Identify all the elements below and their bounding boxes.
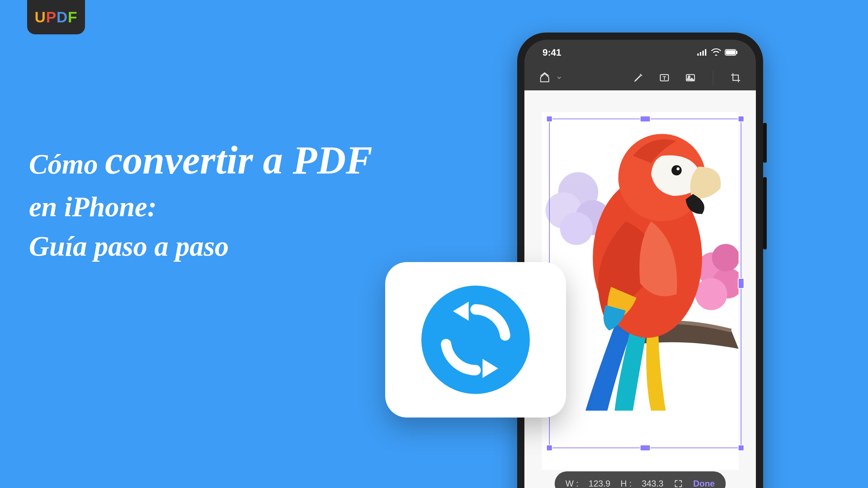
svg-text:T: T [663,75,666,81]
width-label: W : [566,479,579,488]
crop-tool-icon[interactable] [730,72,741,84]
svg-marker-23 [453,301,469,321]
logo-letter-u: U [35,9,46,26]
pencil-icon[interactable] [633,72,644,84]
phone-screen: 9:41 [524,40,756,488]
status-indicators [697,47,738,58]
svg-rect-1 [700,52,701,56]
svg-rect-5 [726,50,735,55]
battery-icon [725,47,738,58]
home-icon[interactable] [539,72,550,84]
done-button[interactable]: Done [693,479,715,488]
width-value: 123.9 [589,479,610,488]
headline-emphasis: convertir a PDF [105,138,372,182]
convert-sync-icon [421,286,530,394]
headline-block: Cómo convertir a PDF en iPhone: Guía pas… [29,137,373,262]
svg-marker-24 [482,359,498,378]
logo-letter-f: F [68,9,78,26]
app-toolbar: T [524,65,756,90]
dimensions-toolbar: W : 123.9 H : 343.3 Done [555,471,726,488]
headline-prefix: Cómo [29,148,105,180]
updf-logo-badge: UPDF [27,0,85,34]
phone-side-button [763,177,767,249]
height-label: H : [621,479,632,488]
expand-icon[interactable] [673,479,683,488]
status-time: 9:41 [542,47,561,58]
chevron-down-icon[interactable] [553,72,565,84]
resize-handle-bottom[interactable] [640,445,651,451]
resize-handle-right[interactable] [738,278,744,289]
status-bar: 9:41 [524,40,756,65]
updf-logo-text: UPDF [35,9,77,26]
headline-line3: Guía paso a paso [29,230,373,262]
logo-letter-d: D [56,9,68,26]
text-tool-icon[interactable]: T [659,72,670,84]
headline-line2: en iPhone: [29,191,373,223]
svg-rect-0 [697,53,699,56]
headline-line1: Cómo convertir a PDF [29,137,373,183]
phone-mockup: 9:41 [517,33,763,488]
selection-rectangle[interactable] [549,119,741,448]
resize-handle-br[interactable] [738,445,744,451]
wifi-icon [711,47,721,58]
signal-icon [697,47,707,58]
convert-card [385,262,566,418]
resize-handle-tl[interactable] [546,116,553,122]
svg-rect-6 [736,51,737,54]
toolbar-divider [713,70,713,85]
svg-rect-3 [705,49,706,56]
height-value: 343.3 [642,479,663,488]
image-tool-icon[interactable] [685,72,696,84]
resize-handle-top[interactable] [640,116,651,122]
phone-side-button [763,123,767,163]
resize-handle-tr[interactable] [738,116,744,122]
svg-rect-2 [702,51,704,56]
logo-letter-p: P [46,9,56,26]
resize-handle-bl[interactable] [546,445,553,451]
